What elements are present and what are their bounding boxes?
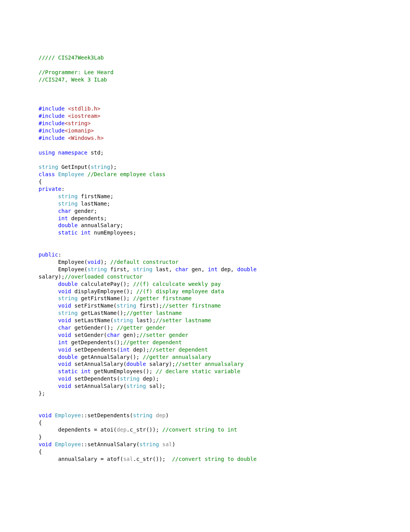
code-token: #include: [39, 135, 64, 141]
code-token: char: [107, 332, 120, 338]
code-token: <iostream>: [68, 113, 100, 119]
code-token: [64, 135, 68, 141]
code-token: //getter gender: [117, 325, 165, 331]
code-token: <stdlib.h>: [68, 105, 100, 112]
code-token: calculatePay();: [78, 281, 133, 287]
code-token: [39, 303, 58, 309]
code-token: string: [58, 201, 78, 207]
code-token: getDependents();: [68, 339, 123, 345]
code-token: static: [58, 368, 78, 374]
code-token: double: [58, 354, 78, 360]
code-token: [39, 193, 58, 199]
code-token: displayEmployee();: [71, 288, 136, 294]
code-token: GetInput(: [58, 164, 91, 170]
code-token: ): [172, 441, 175, 447]
code-token: string: [133, 266, 152, 272]
code-token: ///// CIS247Week3Lab: [39, 54, 104, 61]
code-token: //setter annualsalary: [175, 361, 244, 367]
code-token: //setter lastname: [156, 317, 211, 323]
code-token: //convert string to double: [172, 456, 257, 462]
code-token: ::setDependents(: [81, 412, 133, 418]
code-token: <iomanip>: [64, 127, 94, 134]
code-document: ///// CIS247Week3Lab //Programmer: Lee H…: [0, 0, 410, 532]
code-token: //setter gender: [139, 332, 188, 338]
code-token: <Windows.h>: [68, 135, 104, 141]
code-token: //overloaded constructor: [64, 274, 142, 280]
code-token: //getter firstname: [133, 295, 191, 301]
code-token: dep: [117, 427, 126, 433]
code-token: [78, 229, 81, 236]
code-token: gen,: [188, 266, 208, 272]
code-token: string: [87, 266, 107, 272]
code-token: dep);: [130, 347, 149, 353]
code-token: first,: [107, 266, 133, 272]
code-token: annualSalary = atof(: [39, 456, 123, 462]
code-token: void: [58, 303, 71, 309]
code-token: void: [58, 288, 71, 294]
code-token: .c_str());: [133, 456, 172, 462]
code-token: dependents;: [68, 215, 107, 221]
code-token: getAnnualSalary();: [78, 354, 143, 360]
code-token: [52, 412, 55, 418]
code-token: [257, 266, 260, 272]
code-token: int: [120, 347, 130, 353]
code-token: #include: [39, 113, 64, 119]
code-token: );: [110, 164, 117, 170]
code-token: string: [58, 295, 78, 301]
code-token: std;: [87, 150, 103, 156]
code-token: private: [39, 186, 61, 192]
code-token: int: [58, 215, 68, 221]
code-token: double: [58, 222, 78, 228]
code-token: last,: [152, 266, 175, 272]
code-token: setGender(: [71, 332, 107, 338]
code-token: void: [39, 441, 52, 447]
code-token: static: [58, 229, 78, 236]
code-token: setFirstName(: [71, 303, 117, 309]
code-token: //Declare employee class: [87, 171, 165, 177]
code-token: firstName;: [78, 193, 114, 199]
code-token: {: [39, 178, 42, 185]
code-token: class: [39, 171, 55, 177]
code-token: int: [81, 368, 91, 374]
code-token: void: [87, 259, 100, 265]
code-token: double: [237, 266, 257, 272]
code-token: void: [58, 332, 71, 338]
code-token: salary);: [39, 274, 64, 280]
code-token: string: [39, 164, 58, 170]
code-token: //Programmer: Lee Heard: [39, 69, 114, 75]
code-token: [39, 347, 58, 353]
code-token: dep,: [218, 266, 237, 272]
code-token: [39, 281, 58, 287]
code-token: gen);: [120, 332, 140, 338]
code-token: [39, 325, 58, 331]
code-token: using: [39, 150, 55, 156]
code-token: #include: [39, 105, 64, 112]
code-token: sal: [123, 456, 133, 462]
code-token: dep: [156, 412, 165, 418]
code-token: void: [39, 412, 52, 418]
code-token: string: [58, 310, 78, 316]
code-token: string: [120, 376, 140, 382]
code-token: //default constructor: [110, 259, 178, 265]
code-token: last);: [133, 317, 156, 323]
code-token: void: [58, 361, 71, 367]
code-token: [39, 295, 58, 301]
code-token: string: [139, 441, 159, 447]
code-token: lastName;: [78, 201, 110, 207]
code-token: [39, 222, 58, 228]
code-token: string: [114, 317, 133, 323]
code-token: int: [208, 266, 217, 272]
code-token: [39, 383, 58, 389]
code-token: #include: [39, 120, 64, 126]
code-token: [39, 361, 58, 367]
code-token: [39, 310, 58, 316]
code-token: [64, 105, 68, 112]
code-token: :: [61, 186, 64, 192]
code-token: double: [58, 281, 78, 287]
code-token: //getter annualsalary: [143, 354, 211, 360]
code-token: getLastName();: [78, 310, 126, 316]
code-token: [39, 208, 58, 214]
code-token: [78, 368, 81, 374]
code-token: char: [58, 208, 71, 214]
code-token: //getter lastname: [127, 310, 182, 316]
